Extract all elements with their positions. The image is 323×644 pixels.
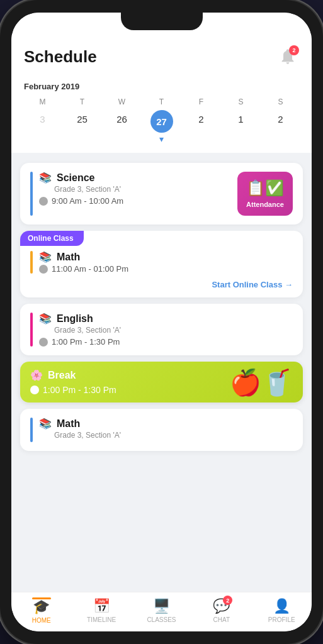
phone-frame: Schedule 2 February 2019 M T: [0, 0, 323, 644]
cal-day-1[interactable]: 1: [222, 110, 259, 144]
math2-name: Math: [57, 418, 80, 430]
nav-profile[interactable]: 👤 PROFILE: [263, 598, 300, 623]
notification-button[interactable]: 2: [276, 45, 299, 68]
cal-day-today-wrapper: 27 ▾: [143, 110, 180, 144]
cal-header-t2: T: [143, 96, 180, 108]
header: Schedule 2: [11, 40, 312, 75]
break-time: 1:00 Pm - 1:30 Pm: [30, 385, 230, 395]
nav-home-label: HOME: [32, 617, 51, 624]
science-right: 📋✅ Attendance: [237, 172, 293, 216]
timeline-icon: 📅: [93, 598, 110, 614]
home-icon: 🎓: [33, 599, 50, 615]
cal-header-s2: S: [262, 96, 299, 108]
calendar-grid: M T W T F S S 3 25 26 27 ▾: [24, 96, 299, 144]
break-title: Break: [48, 370, 76, 381]
science-card: 📚 Science Grade 3, Section 'A' 9:00 Am -…: [20, 163, 303, 225]
nav-classes-label: CLASSES: [147, 616, 176, 623]
science-subject-row: 📚 Science: [39, 172, 231, 184]
calendar-section: February 2019 M T W T F S S 3 25 26: [11, 75, 312, 153]
english-icon: 📚: [39, 313, 52, 325]
math2-bar: [30, 418, 33, 442]
science-time-text: 9:00 Am - 10:00 Am: [52, 196, 123, 206]
bottom-nav: 🎓 HOME 📅 TIMELINE 🖥️ CLASSES 💬 2 CHA: [11, 592, 312, 631]
page-title: Schedule: [24, 47, 97, 67]
english-body: 📚 English Grade 3, Section 'A' 1:00 Pm -…: [39, 313, 293, 347]
screen-content: Schedule 2 February 2019 M T: [11, 13, 312, 631]
cal-day-25[interactable]: 25: [64, 110, 101, 144]
break-time-text: 1:00 Pm - 1:30 Pm: [43, 385, 116, 395]
nav-timeline[interactable]: 📅 TIMELINE: [82, 598, 120, 623]
nav-home[interactable]: 🎓 HOME: [23, 597, 60, 624]
nav-classes[interactable]: 🖥️ CLASSES: [142, 598, 180, 623]
math2-subject-row: 📚 Math: [39, 418, 293, 430]
nav-chat-label: CHAT: [213, 616, 230, 623]
math-online-card: Online Class 📚 Math 11:00 Am - 0: [20, 231, 303, 297]
profile-icon: 👤: [273, 598, 290, 614]
classes-icon: 🖥️: [153, 598, 170, 614]
break-card: 🌸 Break 1:00 Pm - 1:30 Pm 🍎🥤: [20, 362, 303, 402]
cal-day-2a[interactable]: 2: [183, 110, 220, 144]
break-header: 🌸 Break: [30, 369, 230, 381]
break-time-dot: [30, 386, 39, 394]
math-time-dot: [39, 265, 48, 274]
calendar-month: February 2019: [24, 82, 299, 91]
science-name: Science: [57, 172, 94, 184]
break-icon: 🌸: [30, 369, 43, 381]
break-illustration: 🍎🥤: [230, 370, 293, 395]
english-card: 📚 English Grade 3, Section 'A' 1:00 Pm -…: [20, 304, 303, 355]
math2-icon: 📚: [39, 418, 52, 430]
cal-header-t1: T: [64, 96, 101, 108]
cards-container: 📚 Science Grade 3, Section 'A' 9:00 Am -…: [11, 158, 312, 456]
science-grade: Grade 3, Section 'A': [39, 185, 231, 194]
nav-timeline-label: TIMELINE: [87, 616, 116, 623]
start-online-row: Start Online Class →: [20, 274, 303, 297]
science-icon: 📚: [39, 172, 52, 184]
break-left: 🌸 Break 1:00 Pm - 1:30 Pm: [30, 369, 230, 395]
cal-day-2b[interactable]: 2: [262, 110, 299, 144]
chat-icon: 💬 2: [213, 598, 230, 614]
chat-badge: 2: [223, 596, 232, 605]
notch: [121, 13, 203, 30]
cal-header-f: F: [183, 96, 220, 108]
math-subject-row: 📚 Math: [39, 251, 293, 263]
science-body: 📚 Science Grade 3, Section 'A' 9:00 Am -…: [39, 172, 231, 216]
english-subject-row: 📚 English: [39, 313, 293, 325]
english-name: English: [57, 313, 93, 325]
math-icon: 📚: [39, 251, 52, 263]
phone-screen: Schedule 2 February 2019 M T: [11, 13, 312, 631]
science-time-dot: [39, 197, 48, 206]
online-badge: Online Class: [20, 231, 84, 246]
cal-day-26[interactable]: 26: [103, 110, 140, 144]
cal-header-w: W: [103, 96, 140, 108]
english-time-dot: [39, 338, 48, 347]
math-name: Math: [57, 252, 80, 263]
start-online-link[interactable]: Start Online Class →: [212, 280, 293, 289]
english-grade: Grade 3, Section 'A': [39, 326, 293, 335]
math2-body: 📚 Math Grade 3, Section 'A': [39, 418, 293, 442]
cal-header-m: M: [24, 96, 61, 108]
science-card-inner: 📚 Science Grade 3, Section 'A' 9:00 Am -…: [20, 163, 303, 225]
math-body: 📚 Math 11:00 Am - 01:00 Pm: [39, 251, 293, 274]
attendance-label: Attendance: [246, 201, 284, 208]
math-time-text: 11:00 Am - 01:00 Pm: [52, 264, 128, 274]
attendance-button[interactable]: 📋✅ Attendance: [237, 172, 293, 216]
today-indicator: ▾: [159, 134, 164, 144]
cal-day-3[interactable]: 3: [24, 110, 61, 144]
notification-badge: 2: [289, 45, 299, 55]
math-time: 11:00 Am - 01:00 Pm: [39, 264, 293, 274]
math2-grade: Grade 3, Section 'A': [39, 431, 293, 440]
app-content: Schedule 2 February 2019 M T: [11, 40, 312, 592]
cal-day-27[interactable]: 27: [150, 110, 173, 133]
cal-header-s1: S: [222, 96, 259, 108]
nav-profile-label: PROFILE: [268, 616, 295, 623]
attendance-icon: 📋✅: [246, 179, 284, 197]
math2-card: 📚 Math Grade 3, Section 'A': [20, 409, 303, 451]
english-time: 1:00 Pm - 1:30 Pm: [39, 337, 293, 347]
science-time: 9:00 Am - 10:00 Am: [39, 196, 231, 206]
english-card-inner: 📚 English Grade 3, Section 'A' 1:00 Pm -…: [20, 304, 303, 355]
break-inner: 🌸 Break 1:00 Pm - 1:30 Pm 🍎🥤: [20, 362, 303, 402]
nav-chat[interactable]: 💬 2 CHAT: [203, 598, 241, 623]
english-bar: [30, 313, 33, 347]
english-time-text: 1:00 Pm - 1:30 Pm: [52, 337, 120, 347]
math-bar: [30, 251, 33, 274]
